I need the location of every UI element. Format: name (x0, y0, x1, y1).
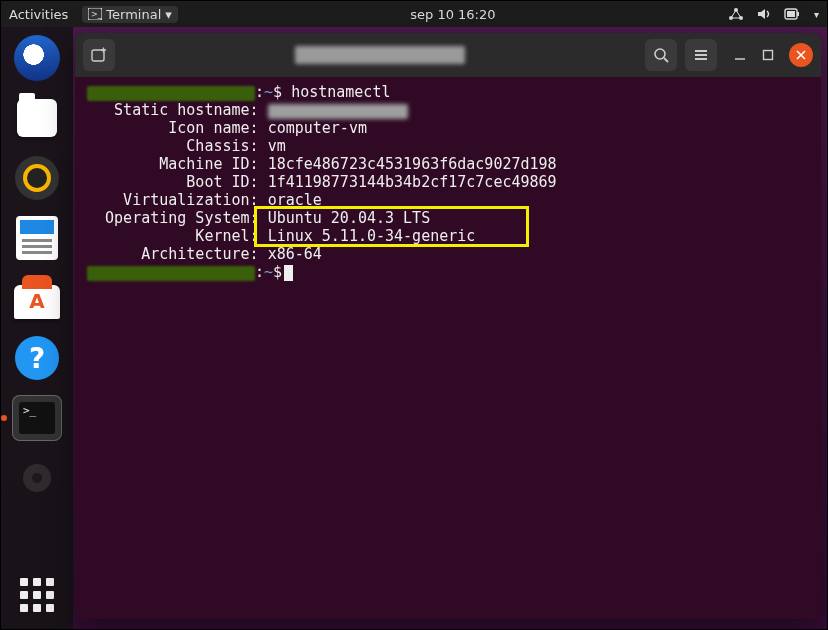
search-button[interactable] (645, 39, 677, 71)
value-icon-name: computer-vm (268, 119, 367, 137)
prompt-symbol: $ (273, 83, 282, 101)
label-operating-system: Operating System: (87, 209, 259, 227)
search-icon (653, 47, 669, 63)
svg-rect-19 (764, 51, 773, 60)
battery-icon[interactable] (784, 7, 802, 21)
label-boot-id: Boot ID: (87, 173, 259, 191)
hamburger-menu-button[interactable] (685, 39, 717, 71)
redacted-user-host (87, 266, 255, 281)
dock-help-icon[interactable]: ? (12, 333, 62, 383)
label-icon-name: Icon name: (87, 119, 259, 137)
gnome-top-bar: Activities >_ Terminal ▾ sep 10 16:20 ▾ (1, 1, 827, 27)
svg-point-13 (655, 49, 665, 59)
app-menu[interactable]: >_ Terminal ▾ (82, 6, 177, 23)
desktop: ? >_ (1, 27, 827, 629)
new-tab-button[interactable] (83, 39, 115, 71)
dock-terminal-icon[interactable]: >_ (12, 393, 62, 443)
label-machine-id: Machine ID: (87, 155, 259, 173)
svg-rect-7 (787, 11, 795, 17)
svg-rect-6 (797, 12, 799, 16)
new-tab-icon (91, 47, 107, 63)
label-architecture: Architecture: (87, 245, 259, 263)
chevron-down-icon[interactable]: ▾ (814, 9, 819, 20)
dock-ubuntu-software-icon[interactable] (12, 273, 62, 323)
prompt-sep: : (255, 263, 264, 281)
window-title (123, 46, 637, 64)
network-icon[interactable] (728, 7, 744, 21)
value-operating-system: Ubuntu 20.04.3 LTS (268, 209, 431, 227)
activities-button[interactable]: Activities (9, 7, 68, 22)
clock[interactable]: sep 10 16:20 (178, 7, 728, 22)
terminal-output[interactable]: :~$ hostnamectl Static hostname: Icon na… (75, 77, 821, 619)
svg-line-14 (664, 58, 668, 62)
chevron-down-icon: ▾ (165, 7, 172, 22)
close-icon (796, 50, 806, 60)
redacted-hostname (268, 104, 408, 119)
redacted-user-host (87, 86, 255, 101)
prompt-path: ~ (264, 83, 273, 101)
terminal-window: :~$ hostnamectl Static hostname: Icon na… (75, 33, 821, 619)
prompt-symbol: $ (273, 263, 282, 281)
dock-thunderbird-icon[interactable] (12, 33, 62, 83)
prompt-sep: : (255, 83, 264, 101)
dock-rhythmbox-icon[interactable] (12, 153, 62, 203)
close-button[interactable] (789, 43, 813, 67)
dock: ? >_ (1, 27, 73, 629)
volume-icon[interactable] (756, 7, 772, 21)
value-chassis: vm (268, 137, 286, 155)
value-boot-id: 1f41198773144b34b2cf17c7cec49869 (268, 173, 557, 191)
value-architecture: x86-64 (268, 245, 322, 263)
label-static-hostname: Static hostname: (87, 101, 259, 119)
label-kernel: Kernel: (87, 227, 259, 245)
cursor (284, 265, 293, 281)
window-titlebar[interactable] (75, 33, 821, 77)
value-virtualization: oracle (268, 191, 322, 209)
maximize-button[interactable] (761, 48, 775, 62)
command-1: hostnamectl (291, 83, 390, 101)
dock-libreoffice-writer-icon[interactable] (12, 213, 62, 263)
app-menu-label: Terminal (106, 7, 161, 22)
label-chassis: Chassis: (87, 137, 259, 155)
svg-point-9 (32, 473, 42, 483)
value-kernel: Linux 5.11.0-34-generic (268, 227, 476, 245)
prompt-path: ~ (264, 263, 273, 281)
value-machine-id: 18cfe486723c4531963f6dac9027d198 (268, 155, 557, 173)
dock-settings-icon[interactable] (12, 453, 62, 503)
terminal-small-icon: >_ (88, 8, 102, 20)
label-virtualization: Virtualization: (87, 191, 259, 209)
hamburger-icon (693, 48, 709, 62)
show-applications-button[interactable] (17, 575, 57, 615)
svg-text:>_: >_ (91, 10, 102, 19)
minimize-button[interactable] (733, 48, 747, 62)
svg-rect-10 (92, 50, 104, 61)
dock-files-icon[interactable] (12, 93, 62, 143)
